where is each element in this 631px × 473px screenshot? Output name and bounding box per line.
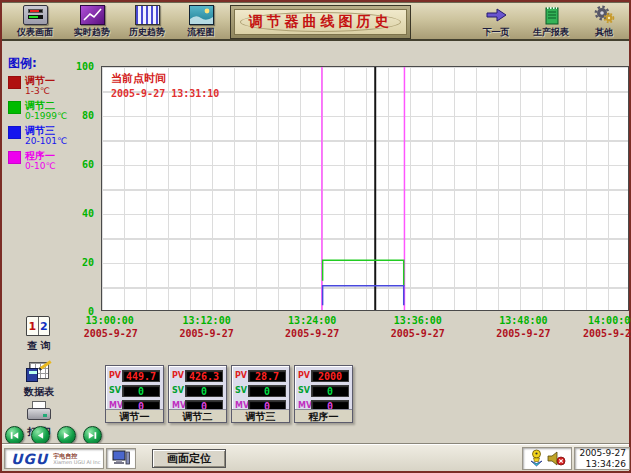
legend-swatch bbox=[8, 126, 21, 139]
y-tick: 60 bbox=[82, 159, 94, 170]
x-axis-time-labels: 13:00:00 13:12:00 13:24:00 13:36:00 13:4… bbox=[101, 315, 629, 327]
x-tick: 13:00:00 bbox=[86, 315, 134, 326]
legend-range: 20-101℃ bbox=[25, 136, 67, 147]
legend-range: 0-10℃ bbox=[25, 161, 56, 172]
nav-production-report[interactable]: 生产报表 bbox=[524, 5, 578, 40]
computer-icon bbox=[112, 450, 130, 467]
annotation-timestamp: 2005-9-27 13:31:10 bbox=[111, 88, 219, 99]
sv-label: SV bbox=[172, 386, 185, 395]
page-title-plaque: 调节器曲线图历史 bbox=[230, 5, 411, 39]
value-panel-regulator1: PV449.7 SV0 MV0 调节一 bbox=[105, 365, 164, 423]
trend-plot-area[interactable]: 当前点时间 2005-9-27 13:31:10 bbox=[101, 66, 629, 311]
legend-name: 调节二 bbox=[25, 100, 67, 111]
legend-range: 0-1999℃ bbox=[25, 111, 67, 122]
report-icon bbox=[539, 5, 564, 25]
sv-value: 0 bbox=[185, 385, 223, 397]
pv-value: 2000 bbox=[311, 370, 349, 382]
alarm-icon[interactable] bbox=[529, 449, 544, 468]
legend-name: 调节三 bbox=[25, 125, 67, 136]
x-date: 2005-9-27 bbox=[583, 328, 631, 339]
legend-swatch bbox=[8, 76, 21, 89]
tool-query[interactable]: 12 查 询 bbox=[16, 314, 62, 353]
nav-other[interactable]: 其他 bbox=[581, 5, 627, 40]
x-date: 2005-9-27 bbox=[285, 328, 339, 339]
pv-label: PV bbox=[235, 371, 248, 380]
y-tick: 40 bbox=[82, 208, 94, 219]
status-tray bbox=[522, 447, 572, 470]
status-time: 13:34:26 bbox=[586, 459, 626, 470]
computer-status bbox=[106, 448, 136, 469]
pv-value: 28.7 bbox=[248, 370, 286, 382]
query-icon: 12 bbox=[26, 314, 52, 338]
hmi-window: 仪表画面 实时趋势 历史趋势 流程图 调节器曲线图历史 bbox=[0, 0, 631, 473]
cursor-annotation: 当前点时间 2005-9-27 13:31:10 bbox=[111, 71, 219, 99]
pv-value: 426.3 bbox=[185, 370, 223, 382]
y-tick: 100 bbox=[76, 61, 94, 72]
history-trend-icon bbox=[135, 5, 160, 25]
x-tick: 14:00:00 bbox=[588, 315, 631, 326]
nav-label: 仪表画面 bbox=[17, 26, 53, 39]
legend-range: 1-3℃ bbox=[25, 86, 55, 97]
plot-svg bbox=[102, 67, 628, 310]
company-name-en: Xiamen UGU AI Inc bbox=[53, 459, 100, 465]
legend-name: 程序一 bbox=[25, 150, 56, 161]
legend-swatch bbox=[8, 151, 21, 164]
nav-instrument-screen[interactable]: 仪表画面 bbox=[8, 5, 62, 40]
panel-name: 调节一 bbox=[106, 409, 163, 422]
nav-history-trend[interactable]: 历史趋势 bbox=[120, 5, 174, 40]
x-date: 2005-9-27 bbox=[180, 328, 234, 339]
tool-datasheet[interactable]: 数据表 bbox=[16, 360, 62, 399]
realtime-trend-icon bbox=[80, 5, 105, 25]
nav-previous-button[interactable] bbox=[31, 426, 50, 445]
x-tick: 13:48:00 bbox=[499, 315, 547, 326]
first-icon bbox=[9, 430, 20, 441]
status-bar: UGU 宇电自控 Xiamen UGU AI Inc 画面定位 bbox=[2, 444, 629, 471]
flowchart-icon bbox=[189, 5, 214, 25]
tool-label: 查 询 bbox=[27, 339, 50, 353]
print-icon bbox=[26, 400, 52, 424]
pv-value: 449.7 bbox=[122, 370, 160, 382]
nav-next-page[interactable]: 下一页 bbox=[469, 5, 523, 40]
nav-next-button[interactable] bbox=[57, 426, 76, 445]
sv-label: SV bbox=[235, 386, 248, 395]
mute-speaker-icon[interactable] bbox=[547, 450, 566, 467]
vendor-logo: UGU 宇电自控 Xiamen UGU AI Inc bbox=[4, 448, 104, 469]
sv-label: SV bbox=[109, 386, 122, 395]
logo-text: UGU bbox=[11, 451, 48, 467]
sv-label: SV bbox=[298, 386, 311, 395]
value-panel-regulator3: PV28.7 SV0 MV0 调节三 bbox=[231, 365, 290, 423]
pv-label: PV bbox=[172, 371, 185, 380]
value-panel-regulator2: PV426.3 SV0 MV0 调节二 bbox=[168, 365, 227, 423]
company-name-cn: 宇电自控 bbox=[53, 452, 100, 459]
sv-value: 0 bbox=[311, 385, 349, 397]
y-tick: 20 bbox=[82, 257, 94, 268]
next-page-icon bbox=[484, 5, 509, 25]
pv-label: PV bbox=[109, 371, 122, 380]
next-icon bbox=[61, 430, 72, 441]
nav-label: 流程图 bbox=[188, 26, 215, 39]
nav-flowchart[interactable]: 流程图 bbox=[174, 5, 228, 40]
x-date: 2005-9-27 bbox=[391, 328, 445, 339]
nav-realtime-trend[interactable]: 实时趋势 bbox=[65, 5, 119, 40]
nav-label: 下一页 bbox=[483, 26, 510, 39]
top-toolbar: 仪表画面 实时趋势 历史趋势 流程图 调节器曲线图历史 bbox=[2, 2, 629, 41]
tool-label: 数据表 bbox=[24, 385, 54, 399]
x-tick: 13:24:00 bbox=[288, 315, 336, 326]
nav-last-button[interactable] bbox=[83, 426, 102, 445]
x-date: 2005-9-27 bbox=[84, 328, 138, 339]
nav-first-button[interactable] bbox=[5, 426, 24, 445]
sv-value: 0 bbox=[122, 385, 160, 397]
y-axis-labels: 100 80 60 40 20 0 bbox=[66, 66, 96, 311]
annotation-title: 当前点时间 bbox=[111, 71, 219, 86]
clock: 2005-9-27 13:34:26 bbox=[574, 447, 630, 470]
previous-icon bbox=[35, 430, 46, 441]
nav-label: 实时趋势 bbox=[74, 26, 110, 39]
sv-value: 0 bbox=[248, 385, 286, 397]
x-tick: 13:12:00 bbox=[183, 315, 231, 326]
screen-locate-button[interactable]: 画面定位 bbox=[152, 449, 226, 468]
x-axis-date-labels: 2005-9-27 2005-9-27 2005-9-27 2005-9-27 … bbox=[101, 328, 629, 340]
panel-name: 程序一 bbox=[295, 409, 352, 422]
instrument-icon bbox=[23, 5, 48, 25]
status-date: 2005-9-27 bbox=[579, 448, 626, 459]
nav-label: 其他 bbox=[595, 26, 613, 39]
